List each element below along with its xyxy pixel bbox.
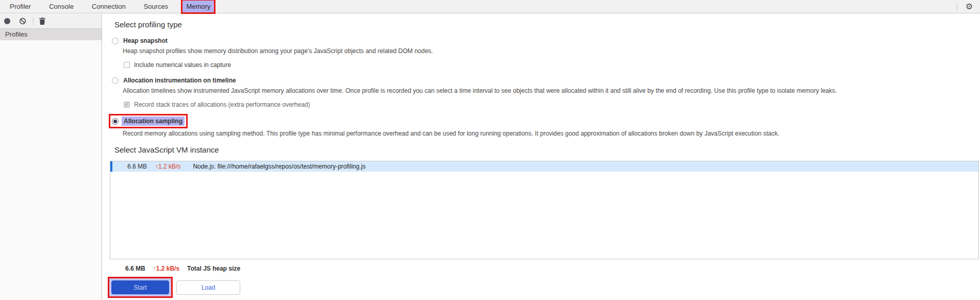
radio-allocation-instrumentation[interactable]: Allocation instrumentation on timeline [112,77,980,84]
tab-bar: Profiler Console Connection Sources Memo… [0,0,980,13]
memory-panel: Select profiling type Heap snapshot Heap… [103,14,980,300]
clear-icon[interactable] [19,18,26,25]
annotation-box-start: Start [109,278,171,296]
vm-heap-size: 6.6 MB [127,163,147,170]
checkbox-label: Record stack traces of allocations (extr… [134,101,310,108]
radio-allocation-sampling[interactable]: Allocation sampling [112,116,185,126]
vm-instance-name: Node.js: file:///home/rafaelgss/repos/os… [193,163,366,170]
checkbox-icon[interactable] [124,62,130,68]
tab-sources[interactable]: Sources [140,1,172,12]
profiling-type-heading: Select profiling type [114,20,980,29]
heap-summary: 6.6 MB ↑1.2 kB/s Total JS heap size [125,265,980,272]
option-description: Allocation timelines show instrumented J… [123,87,980,94]
option-description: Record memory allocations using sampling… [123,130,980,137]
tab-profiler[interactable]: Profiler [6,1,35,12]
rate-value: 1.2 kB/s [156,265,179,272]
radio-icon[interactable] [112,38,119,44]
tab-console[interactable]: Console [45,1,77,12]
checkbox-label: Include numerical values in capture [134,61,231,69]
toolbar-separator [33,18,34,25]
option-heap-snapshot: Heap snapshot Heap snapshot profiles sho… [114,37,980,69]
tabbar-right-controls: ⚙ [957,0,980,13]
sidebar: Profiles [0,14,102,300]
tab-memory[interactable]: Memory [182,1,214,12]
checkbox-record-stack-traces[interactable]: ✓ Record stack traces of allocations (ex… [124,101,980,108]
total-allocation-rate: ↑1.2 kB/s [153,265,179,272]
rate-value: 1.2 kB/s [158,163,180,170]
tabbar-separator [957,3,957,11]
start-focus-ring: Start [109,278,171,296]
option-label: Heap snapshot [123,37,168,44]
radio-selected-icon[interactable] [112,118,119,125]
settings-gear-icon[interactable]: ⚙ [966,3,973,11]
tab-connection[interactable]: Connection [88,1,129,12]
option-description: Heap snapshot profiles show memory distr… [123,47,980,55]
vm-instance-list: 6.6 MB ↑1.2 kB/s Node.js: file:///home/r… [110,161,979,259]
option-label: Allocation sampling [122,116,185,126]
total-heap-label: Total JS heap size [187,265,240,272]
checkbox-checked-icon[interactable]: ✓ [124,102,130,108]
checkbox-include-numerical-values[interactable]: Include numerical values in capture [124,61,980,69]
option-allocation-sampling: Allocation sampling Record memory alloca… [114,108,980,137]
sidebar-item-profiles[interactable]: Profiles [0,29,102,40]
total-heap-size: 6.6 MB [125,265,145,272]
vm-instance-heading: Select JavaScript VM instance [114,145,980,154]
annotation-box-allocation-sampling: Allocation sampling [110,115,186,127]
option-allocation-instrumentation: Allocation instrumentation on timeline A… [114,77,980,108]
profiler-toolbar [0,14,102,29]
option-label: Allocation instrumentation on timeline [123,77,236,84]
load-button[interactable]: Load [176,280,240,295]
trash-icon[interactable] [39,18,45,25]
action-buttons: Start Load [114,278,980,296]
vm-allocation-rate: ↑1.2 kB/s [155,163,180,170]
vm-instance-row[interactable]: 6.6 MB ↑1.2 kB/s Node.js: file:///home/r… [110,161,978,172]
start-button[interactable]: Start [111,280,169,294]
radio-icon[interactable] [112,77,119,84]
radio-heap-snapshot[interactable]: Heap snapshot [112,37,980,44]
record-icon[interactable] [4,18,10,24]
